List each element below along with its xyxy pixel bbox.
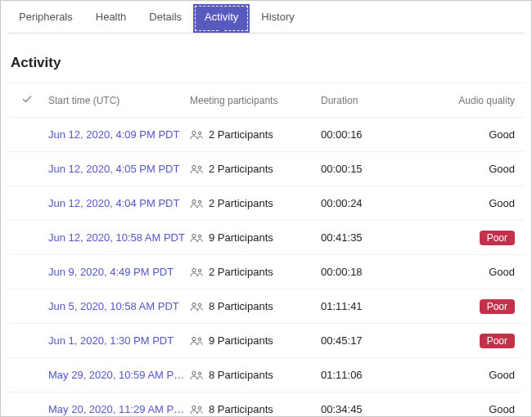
quality-label-good: Good xyxy=(489,197,515,209)
duration-value: 01:11:06 xyxy=(321,369,419,381)
participants-count: 8 Participants xyxy=(209,300,273,312)
start-time-link[interactable]: Jun 1, 2020, 1:30 PM PDT xyxy=(48,334,174,347)
quality-label-good: Good xyxy=(489,369,515,381)
quality-badge-poor: Poor xyxy=(480,231,515,245)
svg-point-16 xyxy=(192,406,196,409)
tab-history[interactable]: History xyxy=(250,4,305,33)
quality-badge-poor: Poor xyxy=(480,299,515,314)
svg-point-4 xyxy=(192,200,196,203)
svg-point-8 xyxy=(192,268,196,271)
table-row[interactable]: Jun 12, 2020, 4:04 PM PDT2 Participants0… xyxy=(7,186,525,221)
svg-point-10 xyxy=(192,303,196,306)
col-header-participants[interactable]: Meeting participants xyxy=(190,95,321,106)
start-time-link[interactable]: Jun 12, 2020, 4:05 PM PDT xyxy=(48,163,179,175)
participants-icon xyxy=(190,232,204,244)
duration-value: 00:00:15 xyxy=(321,163,419,175)
participants-count: 2 Participants xyxy=(209,128,273,141)
start-time-link[interactable]: May 20, 2020, 11:29 AM P… xyxy=(48,403,184,415)
duration-value: 00:00:16 xyxy=(321,128,419,141)
svg-point-13 xyxy=(198,338,201,340)
participants-icon xyxy=(190,335,204,347)
quality-label-good: Good xyxy=(489,163,515,175)
svg-point-15 xyxy=(198,372,201,374)
tab-details[interactable]: Details xyxy=(138,4,193,33)
duration-value: 00:00:18 xyxy=(321,266,419,278)
table-row[interactable]: May 29, 2020, 10:59 AM P…8 Participants0… xyxy=(7,358,525,392)
duration-value: 00:00:24 xyxy=(321,197,419,209)
quality-label-good: Good xyxy=(489,403,515,415)
tab-activity[interactable]: Activity xyxy=(193,4,250,33)
select-all-checkmark-icon[interactable] xyxy=(20,92,34,108)
svg-point-3 xyxy=(198,166,201,168)
svg-point-11 xyxy=(198,303,201,306)
duration-value: 01:11:41 xyxy=(321,300,419,312)
table-row[interactable]: Jun 1, 2020, 1:30 PM PDT9 Participants00… xyxy=(7,324,525,358)
table-row[interactable]: Jun 12, 2020, 10:58 AM PDT9 Participants… xyxy=(7,221,525,255)
start-time-link[interactable]: Jun 12, 2020, 4:04 PM PDT xyxy=(48,197,179,209)
col-header-audio-quality[interactable]: Audio quality xyxy=(419,95,525,106)
quality-label-good: Good xyxy=(489,128,515,141)
duration-value: 00:41:35 xyxy=(321,231,419,244)
svg-point-9 xyxy=(198,269,201,271)
start-time-link[interactable]: Jun 12, 2020, 10:58 AM PDT xyxy=(48,231,185,244)
participants-icon xyxy=(190,198,204,209)
svg-point-5 xyxy=(198,200,201,203)
activity-table-body: Jun 12, 2020, 4:09 PM PDT2 Participants0… xyxy=(7,118,525,417)
participants-icon xyxy=(190,164,204,175)
participants-count: 9 Participants xyxy=(209,334,273,347)
participants-count: 2 Participants xyxy=(209,163,273,175)
participants-count: 8 Participants xyxy=(209,403,273,415)
participants-icon xyxy=(190,129,204,141)
tab-bar: Peripherals Health Details Activity Hist… xyxy=(7,4,525,34)
participants-icon xyxy=(190,301,204,312)
col-header-start-time[interactable]: Start time (UTC) xyxy=(47,95,190,106)
start-time-link[interactable]: Jun 5, 2020, 10:58 AM PDT xyxy=(48,300,179,312)
svg-point-12 xyxy=(192,337,196,340)
participants-icon xyxy=(190,370,204,381)
participants-count: 9 Participants xyxy=(209,231,273,244)
quality-badge-poor: Poor xyxy=(480,334,515,348)
duration-value: 00:34:45 xyxy=(321,403,419,415)
svg-point-0 xyxy=(192,131,196,134)
start-time-link[interactable]: Jun 12, 2020, 4:09 PM PDT xyxy=(48,128,179,141)
col-header-duration[interactable]: Duration xyxy=(321,95,419,106)
table-header: Start time (UTC) Meeting participants Du… xyxy=(7,83,525,118)
quality-label-good: Good xyxy=(489,266,515,278)
svg-point-6 xyxy=(192,234,196,237)
svg-point-17 xyxy=(198,406,201,409)
svg-point-7 xyxy=(198,235,201,237)
start-time-link[interactable]: Jun 9, 2020, 4:49 PM PDT xyxy=(48,266,174,278)
table-row[interactable]: Jun 5, 2020, 10:58 AM PDT8 Participants0… xyxy=(7,289,525,324)
start-time-link[interactable]: May 29, 2020, 10:59 AM P… xyxy=(48,369,184,381)
duration-value: 00:45:17 xyxy=(321,334,419,347)
svg-point-1 xyxy=(198,132,201,134)
table-row[interactable]: Jun 9, 2020, 4:49 PM PDT2 Participants00… xyxy=(7,255,525,289)
svg-point-2 xyxy=(192,165,196,168)
participants-count: 8 Participants xyxy=(209,369,273,381)
table-row[interactable]: Jun 12, 2020, 4:05 PM PDT2 Participants0… xyxy=(7,152,525,186)
table-row[interactable]: May 20, 2020, 11:29 AM P…8 Participants0… xyxy=(7,392,525,417)
tab-health[interactable]: Health xyxy=(84,4,138,33)
participants-icon xyxy=(190,267,204,278)
svg-point-14 xyxy=(192,371,196,374)
participants-icon xyxy=(190,404,204,415)
table-row[interactable]: Jun 12, 2020, 4:09 PM PDT2 Participants0… xyxy=(7,118,525,152)
tab-peripherals[interactable]: Peripherals xyxy=(7,4,84,33)
panel-title: Activity xyxy=(7,43,525,83)
participants-count: 2 Participants xyxy=(209,197,273,209)
participants-count: 2 Participants xyxy=(209,266,273,278)
